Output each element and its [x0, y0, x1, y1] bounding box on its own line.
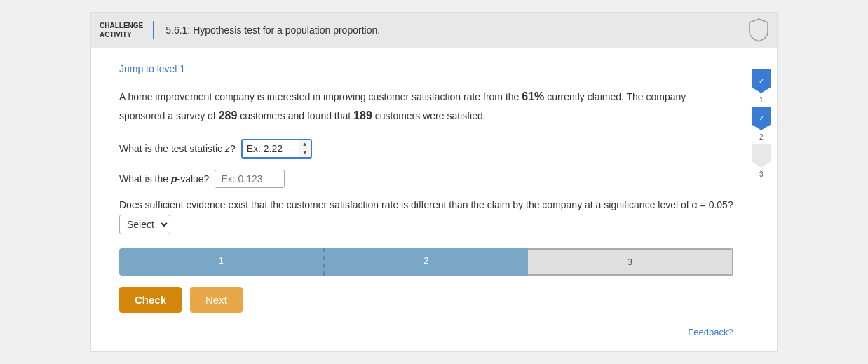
main-content: Jump to level 1 A home improvement compa…: [119, 62, 733, 337]
check-button[interactable]: Check: [119, 287, 182, 313]
progress-bar: 1 2 3: [119, 248, 733, 276]
statistic-label: What is the test statistic z?: [119, 143, 236, 154]
pvalue-row: What is the p-value?: [119, 170, 733, 188]
badge-1[interactable]: ✓: [752, 69, 771, 93]
header-shield-icon: [749, 18, 768, 42]
spinner-down-button[interactable]: ▼: [299, 149, 311, 157]
customers-surveyed: 289: [219, 109, 238, 121]
statistic-spinner-controls[interactable]: ▲ ▼: [299, 140, 311, 157]
statistic-row: What is the test statistic z? ▲ ▼: [119, 139, 733, 159]
statistic-input[interactable]: [243, 140, 299, 157]
badge-3-number: 3: [759, 170, 764, 178]
header-title: 5.6.1: Hypothesis test for a population …: [165, 25, 380, 36]
badge-2-number: 2: [759, 133, 764, 141]
evidence-row: Does sufficient evidence exist that the …: [119, 199, 733, 234]
badge-2[interactable]: ✓: [752, 107, 771, 130]
pvalue-label: What is the p-value?: [119, 173, 209, 184]
statistic-input-spinner[interactable]: ▲ ▼: [241, 139, 312, 159]
main-container: CHALLENGE ACTIVITY 5.6.1: Hypothesis tes…: [90, 12, 778, 352]
challenge-activity-label: CHALLENGE ACTIVITY: [100, 21, 154, 39]
buttons-row: Check Next: [119, 287, 733, 313]
problem-text-4: customers were satisfied.: [372, 110, 486, 121]
header-bar: CHALLENGE ACTIVITY 5.6.1: Hypothesis tes…: [91, 13, 777, 48]
badge-1-number: 1: [759, 96, 764, 104]
content-area: Jump to level 1 A home improvement compa…: [91, 48, 777, 351]
problem-text-3: customers and found that: [237, 110, 353, 121]
badge-1-label: ✓: [759, 77, 764, 85]
pvalue-input[interactable]: [215, 170, 285, 188]
spinner-up-button[interactable]: ▲: [299, 140, 311, 149]
feedback-link[interactable]: Feedback?: [119, 327, 733, 337]
problem-text: A home improvement company is interested…: [119, 87, 733, 125]
customers-satisfied: 189: [353, 109, 372, 121]
progress-segment-3[interactable]: 3: [528, 248, 733, 276]
evidence-label: Does sufficient evidence exist that the …: [119, 199, 733, 210]
badge-2-label: ✓: [759, 114, 764, 122]
percent-value: 61%: [522, 90, 544, 102]
progress-segment-1[interactable]: 1: [119, 248, 323, 276]
progress-segment-2[interactable]: 2: [323, 248, 529, 276]
problem-text-1: A home improvement company is interested…: [119, 91, 522, 102]
jump-to-level-link[interactable]: Jump to level 1: [119, 63, 185, 74]
sidebar: ✓ 1 ✓ 2 3: [747, 62, 775, 337]
next-button[interactable]: Next: [190, 287, 243, 313]
badge-3[interactable]: [752, 144, 771, 168]
evidence-select[interactable]: Select Yes No: [119, 215, 170, 234]
